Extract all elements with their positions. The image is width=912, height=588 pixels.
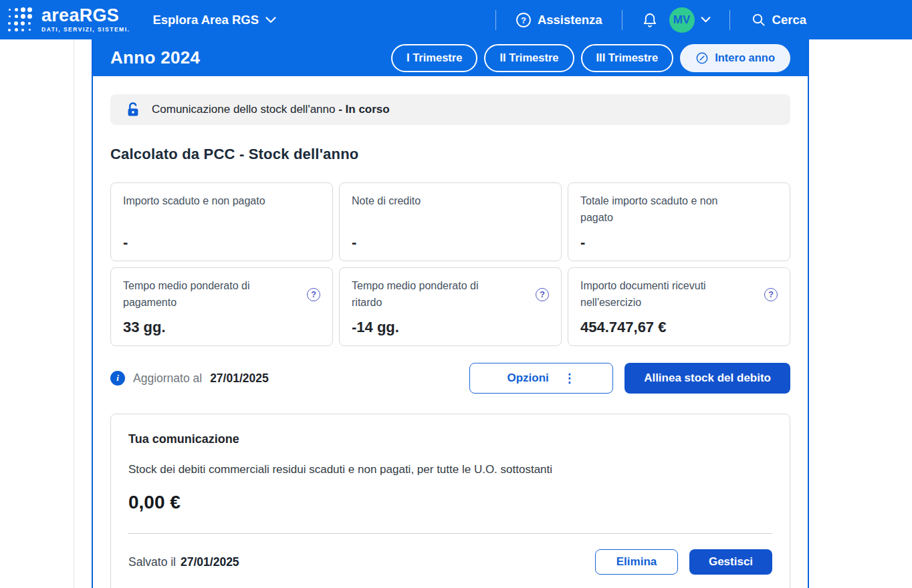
info-icon[interactable]: i [110,371,125,386]
communication-title: Tua comunicazione [128,432,772,446]
card-label: Importo scaduto e non pagato [123,193,265,210]
card-value: - [352,234,549,251]
arearags-logo[interactable]: areaRGS DATI, SERVIZI, SISTEMI. [0,7,130,33]
logo-wordmark: areaRGS DATI, SERVIZI, SISTEMI. [41,7,130,33]
chevron-down-icon [701,17,711,23]
trimester-tabs: I Trimestre II Trimestre III Trimestre I… [391,44,790,72]
question-circle-icon: ? [516,12,532,28]
year-band: Anno 2024 I Trimestre II Trimestre III T… [93,39,808,76]
card-value: - [580,234,778,251]
saved-at: Salvato il 27/01/2025 [128,555,239,569]
delete-button[interactable]: Elimina [595,549,678,575]
logo-text-area: area [41,5,80,25]
card-value: 33 gg. [123,319,320,336]
help-icon[interactable]: ? [307,288,320,301]
search-label: Cerca [772,13,806,27]
updated-at: i Aggiornato al 27/01/2025 [110,371,269,386]
kebab-icon: ⋮ [564,372,576,384]
tab-intero-anno[interactable]: Intero anno [680,44,790,72]
user-menu-button[interactable]: MV [669,7,711,33]
align-stock-button[interactable]: Allinea stock del debito [624,363,790,394]
card-note-credito: Note di credito - [339,182,562,261]
card-label: Note di credito [352,193,421,210]
app-screen: areaRGS DATI, SERVIZI, SISTEMI. Esplora … [0,0,912,588]
tab-trimestre-1[interactable]: I Trimestre [391,44,477,72]
page-title: Anno 2024 [110,47,200,68]
navbar-divider [495,10,496,30]
section-title: Calcolato da PCC - Stock dell'anno [110,146,790,163]
update-row: i Aggiornato al 27/01/2025 Opzioni ⋮ All… [110,363,790,394]
communication-actions: Elimina Gestisci [595,549,772,575]
manage-button[interactable]: Gestisci [689,549,772,575]
logo-tagline: DATI, SERVIZI, SISTEMI. [41,27,130,33]
chevron-down-icon [265,17,276,23]
search-button[interactable]: Cerca [752,13,806,27]
explore-menu-button[interactable]: Esplora Area RGS [152,13,276,27]
updated-at-label: Aggiornato al [133,372,202,386]
assistance-button[interactable]: ? Assistenza [516,12,602,28]
content-area: Comunicazione dello stock dell'anno - In… [93,94,808,588]
card-importo-documenti: Importo documenti ricevuti nell'esercizi… [568,267,790,346]
tab-trimestre-2[interactable]: II Trimestre [484,44,574,72]
navbar-divider [729,10,730,30]
options-button-label: Opzioni [507,372,548,385]
card-value: -14 gg. [352,319,549,336]
navbar-right-cluster: ? Assistenza MV Cerca [495,7,806,33]
kpi-cards-grid: Importo scaduto e non pagato - Note di c… [110,182,790,346]
communication-card: Tua comunicazione Stock dei debiti comme… [110,414,790,588]
top-navbar: areaRGS DATI, SERVIZI, SISTEMI. Esplora … [0,0,912,39]
updated-at-date: 27/01/2025 [210,372,269,386]
card-label: Tempo medio ponderato di ritardo [352,278,509,311]
status-banner: Comunicazione dello stock dell'anno - In… [110,94,790,125]
communication-divider [128,533,772,534]
page-left-divider [74,39,74,588]
card-value: - [123,234,320,251]
lock-open-icon [125,102,142,118]
communication-footer: Salvato il 27/01/2025 Elimina Gestisci [128,549,772,575]
card-tempo-ritardo: Tempo medio ponderato di ritardo ? -14 g… [339,267,562,346]
notifications-bell-icon[interactable] [643,12,657,28]
edit-circle-icon [695,51,709,65]
card-importo-scaduto: Importo scaduto e non pagato - [110,182,333,261]
tab-trimestre-3[interactable]: III Trimestre [581,44,674,72]
card-label: Tempo medio ponderato di pagamento [123,278,281,311]
communication-description: Stock dei debiti commerciali residui sca… [128,463,772,476]
saved-at-label: Salvato il [128,555,176,569]
options-button[interactable]: Opzioni ⋮ [469,363,613,394]
user-avatar: MV [669,7,695,33]
card-tempo-pagamento: Tempo medio ponderato di pagamento ? 33 … [110,267,333,346]
help-icon[interactable]: ? [536,288,549,301]
card-totale-importo: Totale importo scaduto e non pagato - [568,182,790,261]
saved-at-date: 27/01/2025 [181,555,239,569]
logo-text-rgs: RGS [80,5,119,25]
svg-text:?: ? [521,15,526,25]
assistance-label: Assistenza [538,13,602,27]
communication-amount: 0,00 € [128,492,772,513]
main-panel: Anno 2024 I Trimestre II Trimestre III T… [92,39,809,588]
card-value: 454.747,67 € [580,319,778,336]
search-icon [752,13,766,27]
explore-menu-label: Esplora Area RGS [152,13,259,27]
navbar-divider [622,10,622,30]
logo-dots-icon [6,7,33,33]
help-icon[interactable]: ? [764,288,778,301]
status-badge: - In corso [338,103,390,116]
card-label: Totale importo scaduto e non pagato [580,193,738,227]
status-banner-text: Comunicazione dello stock dell'anno [152,103,335,116]
tab-intero-anno-label: Intero anno [715,51,775,64]
update-actions: Opzioni ⋮ Allinea stock del debito [469,363,790,394]
card-label: Importo documenti ricevuti nell'esercizi… [580,278,738,311]
